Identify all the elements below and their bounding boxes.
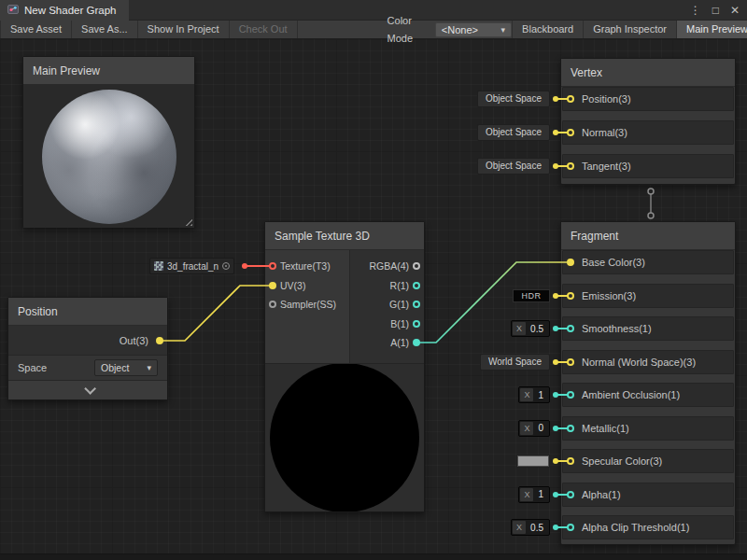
color-mode-value: <None> xyxy=(442,24,478,35)
sample-outputs: RGBA(4) R(1) G(1) B(1) A(1) xyxy=(349,250,424,363)
texture-thumbnail-icon xyxy=(154,261,163,271)
document-tab[interactable]: New Shader Graph xyxy=(0,0,129,21)
main-preview-title: Main Preview xyxy=(33,64,100,77)
vertex-row-normal: Object Space Normal(3) xyxy=(562,120,734,145)
window-menu-icon[interactable]: ⋮ xyxy=(690,4,701,17)
vertex-position-port[interactable] xyxy=(567,95,574,103)
position-out-port[interactable] xyxy=(156,337,163,344)
object-picker-icon[interactable] xyxy=(222,262,230,270)
sample-node-header[interactable]: Sample Texture 3D xyxy=(265,222,424,250)
metallic-float-field[interactable]: X 0 xyxy=(518,420,550,437)
alpha-clip-value[interactable]: 0.5 xyxy=(527,523,549,533)
save-as-button[interactable]: Save As... xyxy=(72,21,138,38)
horizontal-scrollbar-track[interactable] xyxy=(0,553,747,560)
normal-space-dropdown[interactable]: Object Space xyxy=(477,124,550,141)
smoothness-value[interactable]: 0.5 xyxy=(527,324,549,334)
alpha-float-field[interactable]: X 1 xyxy=(518,486,550,503)
alpha-label: Alpha(1) xyxy=(582,489,621,500)
show-in-project-button[interactable]: Show In Project xyxy=(138,21,230,38)
specular-color-swatch[interactable] xyxy=(516,455,550,468)
resize-grip[interactable] xyxy=(184,217,192,226)
ambient-occlusion-port[interactable] xyxy=(567,391,574,399)
alpha-port[interactable] xyxy=(567,491,574,498)
smoothness-label: Smoothness(1) xyxy=(582,323,652,334)
vertex-tangent-port[interactable] xyxy=(567,162,574,170)
sample-inputs: 3d_fractal_n Texture(T3) UV(3) Sampler(S… xyxy=(265,250,349,363)
base-color-port[interactable] xyxy=(567,259,574,266)
vertex-node[interactable]: Vertex Object Space Position(3) Object S… xyxy=(560,58,736,185)
graph-inspector-toggle-button[interactable]: Graph Inspector xyxy=(583,21,676,38)
position-node-header[interactable]: Position xyxy=(8,298,167,326)
sample-texture-3d-node[interactable]: Sample Texture 3D 3d_fractal_n Texture(T… xyxy=(264,221,425,512)
emission-label: Emission(3) xyxy=(582,290,636,301)
alpha-clip-float-field[interactable]: X 0.5 xyxy=(511,519,550,536)
tangent-space-dropdown[interactable]: Object Space xyxy=(477,158,550,175)
color-mode-dropdown[interactable]: <None> ▾ xyxy=(435,22,512,37)
window-maximize-icon[interactable]: □ xyxy=(712,4,719,17)
color-mode-group: Color Mode <None> ▾ xyxy=(388,21,513,38)
node-collapse-bar[interactable] xyxy=(8,381,167,399)
metallic-value[interactable]: 0 xyxy=(534,423,549,433)
blackboard-toggle-button[interactable]: Blackboard xyxy=(512,21,583,38)
r-output-port[interactable] xyxy=(413,282,420,289)
fragment-node[interactable]: Fragment Base Color(3) HDR Emission(3) X… xyxy=(560,221,736,545)
input-row-texture: 3d_fractal_n Texture(T3) xyxy=(265,257,349,276)
alpha-clip-label: Alpha Clip Threshold(1) xyxy=(582,522,689,533)
smoothness-float-field[interactable]: X 0.5 xyxy=(511,320,550,337)
main-preview-body xyxy=(23,85,194,228)
normal-label: Normal (World Space)(3) xyxy=(582,357,696,368)
sampler-input-port[interactable] xyxy=(269,301,276,308)
texture-input-port[interactable] xyxy=(269,262,276,270)
position-node-title: Position xyxy=(18,305,58,318)
main-preview-toggle-button[interactable]: Main Preview xyxy=(676,21,747,38)
vertex-position-label: Position(3) xyxy=(582,93,631,105)
smoothness-port[interactable] xyxy=(567,325,574,332)
input-row-uv: UV(3) xyxy=(265,276,349,296)
main-preview-header[interactable]: Main Preview xyxy=(23,57,194,85)
texture-name: 3d_fractal_n xyxy=(167,261,218,272)
space-enum-dropdown[interactable]: Object ▾ xyxy=(94,359,158,376)
vertex-row-position: Object Space Position(3) xyxy=(562,87,734,111)
metallic-port[interactable] xyxy=(567,425,574,432)
vertex-normal-label: Normal(3) xyxy=(582,127,627,138)
node-preview-area xyxy=(265,363,424,511)
window-controls: ⋮ □ ✕ xyxy=(690,0,740,21)
vertex-node-title: Vertex xyxy=(571,66,602,79)
b-output-port[interactable] xyxy=(413,320,420,328)
texture-object-field[interactable]: 3d_fractal_n xyxy=(149,258,234,274)
emission-hdr-color-field[interactable]: HDR xyxy=(513,289,550,302)
position-space-dropdown[interactable]: Object Space xyxy=(477,91,550,107)
ambient-occlusion-value[interactable]: 1 xyxy=(534,390,549,400)
vertex-node-header[interactable]: Vertex xyxy=(561,59,735,87)
main-preview-panel: Main Preview xyxy=(22,56,195,228)
texture-preview-sphere xyxy=(270,363,419,511)
emission-port[interactable] xyxy=(567,292,574,300)
rgba-output-port[interactable] xyxy=(413,262,420,270)
space-value: Object xyxy=(101,362,129,373)
x-axis-tag: X xyxy=(513,322,526,335)
output-row-g: G(1) xyxy=(350,295,424,315)
position-node[interactable]: Position Out(3) Space Object ▾ xyxy=(7,297,168,400)
uv-input-port[interactable] xyxy=(269,282,276,289)
sample-node-title: Sample Texture 3D xyxy=(275,230,370,243)
r-output-label: R(1) xyxy=(390,280,409,291)
tab-title: New Shader Graph xyxy=(24,5,116,16)
fragment-row-specular: Specular Color(3) xyxy=(562,449,734,473)
a-output-port[interactable] xyxy=(413,339,420,346)
ambient-occlusion-float-field[interactable]: X 1 xyxy=(518,386,550,403)
normal-port[interactable] xyxy=(567,358,574,366)
x-axis-tag: X xyxy=(520,388,533,401)
position-space-row: Space Object ▾ xyxy=(8,356,167,381)
save-asset-button[interactable]: Save Asset xyxy=(0,21,72,38)
normal-world-space-dropdown[interactable]: World Space xyxy=(480,354,550,371)
position-out-row: Out(3) xyxy=(8,326,167,356)
vertex-normal-port[interactable] xyxy=(567,129,574,136)
specular-color-port[interactable] xyxy=(567,457,574,465)
alpha-value[interactable]: 1 xyxy=(534,489,549,499)
toolbar: Save Asset Save As... Show In Project Ch… xyxy=(0,21,747,39)
g-output-port[interactable] xyxy=(413,301,420,308)
fragment-node-header[interactable]: Fragment xyxy=(561,222,735,250)
alpha-clip-port[interactable] xyxy=(567,524,574,531)
window-close-icon[interactable]: ✕ xyxy=(730,4,740,17)
rgba-output-label: RGBA(4) xyxy=(369,260,409,272)
